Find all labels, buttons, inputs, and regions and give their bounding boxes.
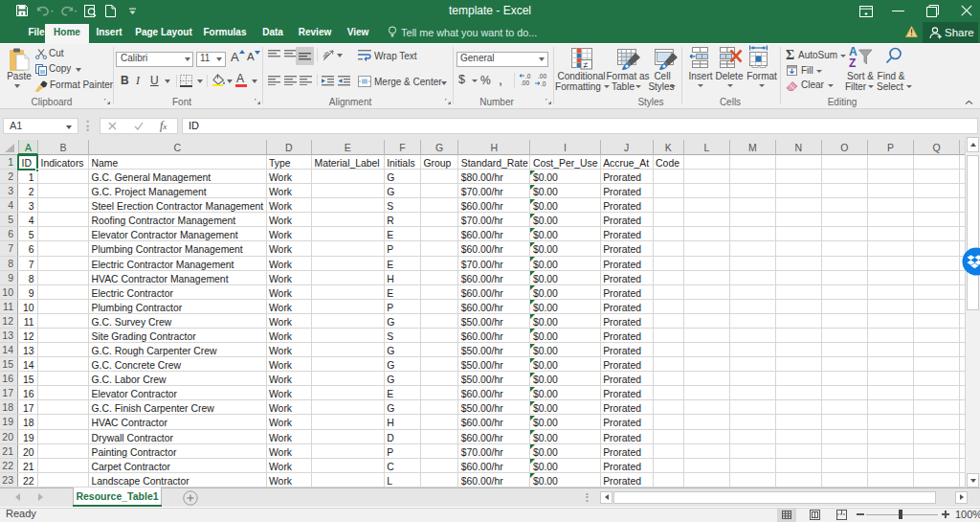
svg-text:.00: .00 — [521, 79, 529, 86]
svg-text:≠: ≠ — [583, 60, 588, 70]
svg-text:.0: .0 — [525, 73, 531, 79]
svg-text:Z: Z — [849, 57, 856, 70]
